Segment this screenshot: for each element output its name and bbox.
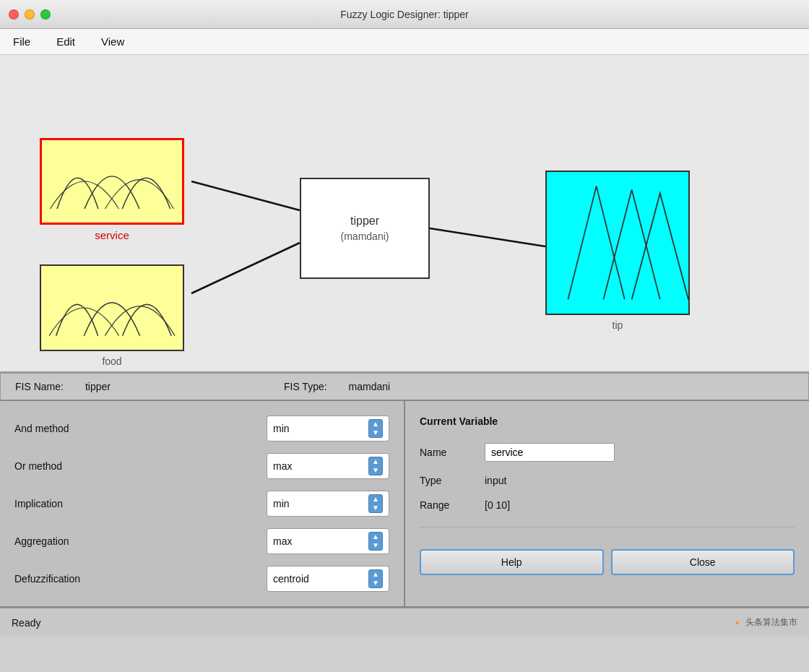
and-method-value: min [273,423,290,434]
or-up-arrow[interactable]: ▲ [372,457,379,466]
fis-type-group: FIS Type: mamdani [284,381,390,392]
var-type-row: Type input [420,472,795,489]
var-name-row: Name [420,440,795,465]
or-method-stepper[interactable]: ▲ ▼ [368,457,383,475]
food-label[interactable]: food [102,356,121,367]
var-range-label: Range [420,499,477,511]
titlebar: Fuzzy Logic Designer: tipper [0,0,809,29]
implication-row: Implication min ▲ ▼ [14,491,389,517]
food-node[interactable]: food [40,264,184,367]
center-title: tipper [350,215,379,228]
var-divider [420,527,795,527]
or-down-arrow[interactable]: ▼ [372,466,379,475]
tip-label[interactable]: tip [613,319,623,331]
fis-type-label: FIS Type: [284,381,327,392]
service-mf-svg [42,140,182,223]
var-name-input[interactable] [485,443,615,462]
center-subtitle: (mamdani) [341,231,389,242]
status-text: Ready [12,617,40,629]
defuzz-label: Defuzzification [14,573,116,585]
help-button[interactable]: Help [420,549,604,575]
fis-type-value: mamdani [349,381,391,392]
menu-edit[interactable]: Edit [51,33,81,51]
and-method-label: And method [14,423,116,434]
and-up-arrow[interactable]: ▲ [372,420,379,428]
fis-name-group: FIS Name: tipper [15,381,111,392]
diagram-area: service food tipper (mamdani) [0,55,809,373]
or-method-row: Or method max ▲ ▼ [14,453,389,479]
and-down-arrow[interactable]: ▼ [372,428,379,437]
var-range-value: [0 10] [485,499,510,511]
watermark-icon: 🔸 [732,618,743,628]
status-bar: Ready 🔸 头条算法集市 [0,608,809,637]
defuzz-stepper[interactable]: ▲ ▼ [368,569,383,588]
tip-mf-box[interactable] [545,171,690,315]
aggregation-stepper[interactable]: ▲ ▼ [368,532,383,551]
svg-line-1 [191,243,300,293]
menubar: File Edit View [0,29,809,55]
controls-area: And method min ▲ ▼ Or method max ▲ ▼ [0,401,809,608]
defuzz-down-arrow[interactable]: ▼ [372,579,379,587]
defuzz-value: centroid [273,573,309,585]
implication-label: Implication [14,498,116,509]
fis-name-value: tipper [85,381,111,392]
implication-dropdown[interactable]: min ▲ ▼ [267,491,389,517]
var-type-value: input [485,475,506,486]
implication-value: min [273,498,290,509]
svg-line-0 [191,181,300,210]
left-controls: And method min ▲ ▼ Or method max ▲ ▼ [0,401,405,606]
fis-info-bar: FIS Name: tipper FIS Type: mamdani [0,373,809,401]
svg-line-2 [430,228,545,246]
tip-node[interactable]: tip [545,171,690,331]
window-title: Fuzzy Logic Designer: tipper [340,9,468,20]
and-method-row: And method min ▲ ▼ [14,415,389,441]
fis-center-node[interactable]: tipper (mamdani) [300,178,430,279]
var-range-row: Range [0 10] [420,496,795,514]
maximize-button[interactable] [40,9,51,20]
defuzz-dropdown[interactable]: centroid ▲ ▼ [267,566,389,592]
watermark-text: 🔸 头条算法集市 [732,616,797,629]
impl-down-arrow[interactable]: ▼ [372,504,379,512]
aggregation-value: max [273,535,292,547]
or-method-label: Or method [14,460,116,472]
var-type-label: Type [420,475,477,486]
food-mf-svg [41,266,183,350]
defuzz-row: Defuzzification centroid ▲ ▼ [14,566,389,592]
aggregation-row: Aggregation max ▲ ▼ [14,528,389,554]
agg-down-arrow[interactable]: ▼ [372,541,379,550]
and-method-stepper[interactable]: ▲ ▼ [368,419,383,438]
agg-up-arrow[interactable]: ▲ [372,533,379,541]
var-name-label: Name [420,447,477,458]
food-mf-box[interactable] [40,264,184,351]
action-buttons: Help Close [420,549,795,575]
right-controls: Current Variable Name Type input Range [… [405,401,809,606]
current-var-title: Current Variable [420,415,795,427]
aggregation-label: Aggregation [14,535,116,547]
close-window-button[interactable] [9,9,19,20]
implication-stepper[interactable]: ▲ ▼ [368,494,383,513]
menu-file[interactable]: File [7,33,36,51]
window-controls[interactable] [9,9,51,20]
fis-center-box[interactable]: tipper (mamdani) [300,178,430,279]
or-method-dropdown[interactable]: max ▲ ▼ [267,453,389,479]
aggregation-dropdown[interactable]: max ▲ ▼ [267,528,389,554]
or-method-value: max [273,460,292,472]
service-node[interactable]: service [40,138,184,241]
and-method-dropdown[interactable]: min ▲ ▼ [267,415,389,441]
service-label[interactable]: service [95,229,129,241]
bottom-panel: FIS Name: tipper FIS Type: mamdani And m… [0,373,809,637]
tip-mf-svg [547,172,688,314]
close-button[interactable]: Close [611,549,795,575]
impl-up-arrow[interactable]: ▲ [372,495,379,504]
defuzz-up-arrow[interactable]: ▲ [372,570,379,579]
service-mf-box[interactable] [40,138,184,225]
minimize-button[interactable] [25,9,35,20]
fis-name-label: FIS Name: [15,381,64,392]
menu-view[interactable]: View [95,33,130,51]
